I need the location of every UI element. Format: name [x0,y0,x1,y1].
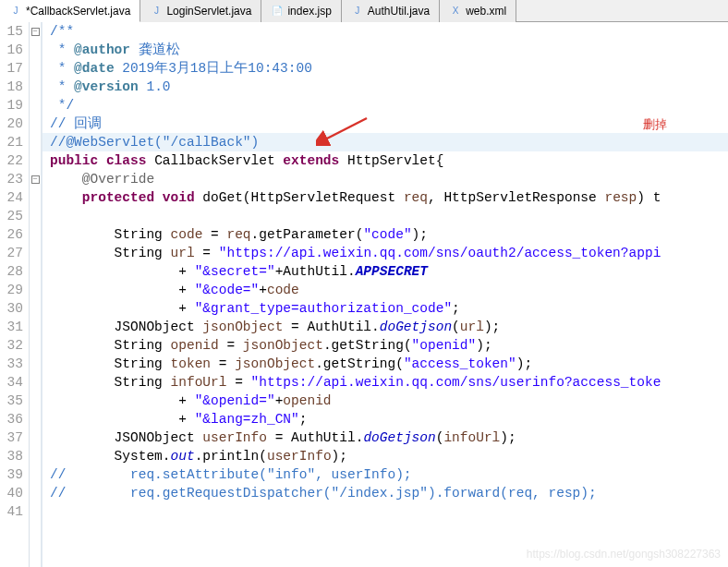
fold-marker [30,78,41,96]
code-line[interactable]: String token = jsonObject.getString("acc… [42,355,728,373]
fold-marker [30,225,41,244]
line-number: 15 [0,22,23,41]
code-line[interactable]: protected void doGet(HttpServletRequest … [42,188,728,207]
code-line[interactable]: @Override [42,170,728,188]
tab-label: AuthUtil.java [368,5,430,18]
watermark: https://blog.csdn.net/gongsh308227363 [527,545,721,563]
fold-marker [30,188,41,207]
fold-marker [30,299,41,318]
code-line[interactable]: * @date 2019年3月18日上午10:43:00 [42,59,728,78]
line-number: 26 [0,225,23,244]
tab-loginservlet-java[interactable]: JLoginServlet.java [140,0,261,22]
line-number: 32 [0,336,23,355]
code-line[interactable]: + "&grant_type=authorization_code"; [42,299,728,318]
code-line[interactable]: String url = "https://api.weixin.qq.com/… [42,244,728,262]
code-line[interactable]: String code = req.getParameter("code"); [42,225,728,244]
tab-label: *CallbackServlet.java [26,5,130,18]
fold-marker [30,336,41,355]
fold-marker[interactable]: − [30,170,41,188]
code-line[interactable]: + "&openid="+openid [42,392,728,410]
fold-marker[interactable]: − [30,22,41,41]
line-number: 16 [0,41,23,59]
line-number: 29 [0,281,23,299]
fold-marker [30,318,41,336]
code-line[interactable]: + "&secret="+AuthUtil.APPSECRET [42,262,728,281]
fold-marker [30,151,41,170]
line-number: 41 [0,502,23,521]
code-line[interactable]: // req.setAttribute("info", userInfo); [42,465,728,484]
fold-marker [30,410,41,428]
line-number: 36 [0,410,23,428]
editor-tabs: J*CallbackServlet.javaJLoginServlet.java… [0,0,728,22]
line-number: 19 [0,96,23,115]
line-number: 17 [0,59,23,78]
tab-authutil-java[interactable]: JAuthUtil.java [342,0,440,22]
code-area[interactable]: /** * @author 龚道松 * @date 2019年3月18日上午10… [42,22,728,567]
xml-file-icon: X [449,5,462,18]
fold-marker [30,41,41,59]
fold-column: −− [30,22,42,567]
line-number: 22 [0,151,23,170]
code-line[interactable]: // 回调 [42,115,728,133]
line-number: 35 [0,392,23,410]
tab-label: LoginServlet.java [166,5,251,18]
code-line[interactable]: JSONObject userInfo = AuthUtil.doGetjson… [42,428,728,447]
line-number: 34 [0,373,23,392]
line-number: 31 [0,318,23,336]
code-line[interactable] [42,502,728,521]
code-line[interactable]: + "&lang=zh_CN"; [42,410,728,428]
fold-marker [30,59,41,78]
line-number: 37 [0,428,23,447]
java-file-icon: J [150,5,163,18]
line-number: 28 [0,262,23,281]
fold-marker [30,133,41,151]
code-line[interactable]: */ [42,96,728,115]
tab-web-xml[interactable]: Xweb.xml [440,0,516,22]
fold-marker [30,355,41,373]
fold-marker [30,244,41,262]
line-number: 30 [0,299,23,318]
fold-marker [30,373,41,392]
editor-area: 1516171819202122232425262728293031323334… [0,22,728,567]
line-number: 24 [0,188,23,207]
line-number: 38 [0,447,23,465]
line-number: 27 [0,244,23,262]
code-line[interactable]: // req.getRequestDispatcher("/index.jsp"… [42,484,728,502]
code-line[interactable]: * @version 1.0 [42,78,728,96]
tab--callbackservlet-java[interactable]: J*CallbackServlet.java [0,0,140,22]
line-number: 23 [0,170,23,188]
jsp-file-icon: 📄 [271,5,284,18]
code-line[interactable]: System.out.println(userInfo); [42,447,728,465]
line-number: 40 [0,484,23,502]
code-line[interactable]: JSONObject jsonObject = AuthUtil.doGetjs… [42,318,728,336]
java-file-icon: J [351,5,364,18]
line-gutter: 1516171819202122232425262728293031323334… [0,22,30,567]
code-line[interactable]: public class CallbackServlet extends Htt… [42,151,728,170]
code-line[interactable]: + "&code="+code [42,281,728,299]
fold-marker [30,96,41,115]
code-line[interactable] [42,207,728,225]
code-line[interactable]: String openid = jsonObject.getString("op… [42,336,728,355]
fold-marker [30,262,41,281]
line-number: 21 [0,133,23,151]
tab-index-jsp[interactable]: 📄index.jsp [261,0,341,22]
fold-marker [30,502,41,521]
line-number: 33 [0,355,23,373]
code-line[interactable]: //@WebServlet("/callBack")删掉 [42,133,728,151]
code-line[interactable]: /** [42,22,728,41]
fold-marker [30,207,41,225]
line-number: 18 [0,78,23,96]
code-line[interactable]: * @author 龚道松 [42,41,728,59]
tab-label: index.jsp [287,5,331,18]
fold-marker [30,465,41,484]
fold-marker [30,447,41,465]
line-number: 25 [0,207,23,225]
fold-marker [30,392,41,410]
code-line[interactable]: String infoUrl = "https://api.weixin.qq.… [42,373,728,392]
line-number: 20 [0,115,23,133]
fold-marker [30,484,41,502]
fold-marker [30,115,41,133]
fold-marker [30,281,41,299]
fold-marker [30,428,41,447]
tab-label: web.xml [466,5,506,18]
